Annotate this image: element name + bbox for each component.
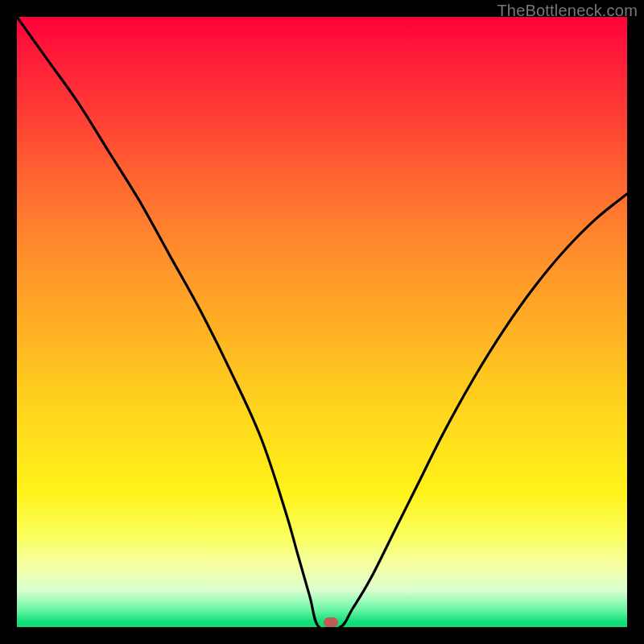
bottleneck-marker bbox=[324, 617, 338, 627]
watermark-text: TheBottleneck.com bbox=[497, 2, 638, 20]
plot-area bbox=[17, 17, 627, 627]
bottleneck-curve bbox=[17, 17, 627, 627]
chart-frame: TheBottleneck.com bbox=[0, 0, 644, 644]
